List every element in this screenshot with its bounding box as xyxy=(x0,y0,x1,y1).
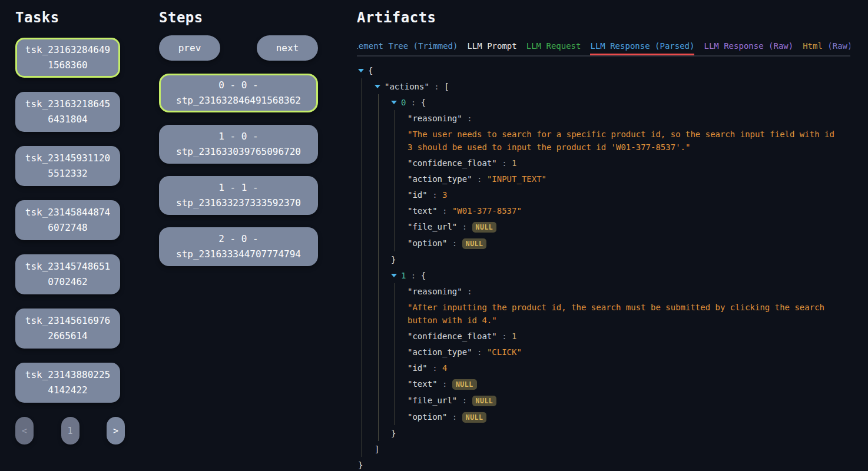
indent-guide-line xyxy=(378,171,379,187)
artifact-tab[interactable]: LLM Response (Parsed) xyxy=(590,38,694,55)
step-index-label: 2 - 0 - xyxy=(218,231,258,247)
json-tree-row: "id" : 4 xyxy=(358,360,857,376)
indent-guide-line xyxy=(362,235,362,251)
indent-guide-line xyxy=(378,344,379,360)
json-token-punc: : xyxy=(457,396,472,405)
json-row-content: "file_url" : NULL xyxy=(408,396,496,405)
pagination-page-1-button[interactable]: 1 xyxy=(61,417,79,445)
indent-guide-line xyxy=(378,94,379,110)
collapse-caret-icon[interactable] xyxy=(391,274,397,277)
json-token-brace: { xyxy=(421,271,426,280)
step-button[interactable]: 0 - 0 - stp_231632846491568362 xyxy=(159,74,318,112)
json-tree-row: "action_type" : "INPUT_TEXT" xyxy=(358,171,857,187)
step-index-label: 1 - 1 - xyxy=(218,180,258,195)
json-row-content: "id" : 4 xyxy=(408,363,447,373)
json-row-content: "confidence_float" : 1 xyxy=(408,331,516,341)
artifacts-panel: Artifacts Element Tree (Trimmed)LLM Prom… xyxy=(357,8,868,471)
pagination-prev-button[interactable]: < xyxy=(15,417,34,445)
indent-guide-line xyxy=(362,155,362,171)
json-token-brace: } xyxy=(358,460,363,470)
json-token-key: "id" xyxy=(408,363,428,373)
task-id-label: tsk_231438802254142422 xyxy=(23,367,112,398)
step-button[interactable]: 2 - 0 - stp_231633344707774794 xyxy=(159,227,318,266)
tab-label: Html xyxy=(803,41,823,51)
json-tree-row: } xyxy=(358,251,857,267)
json-row-content: "After inputting the product id, the sea… xyxy=(408,301,836,327)
step-button[interactable]: 1 - 1 - stp_231633237333592370 xyxy=(159,176,318,215)
json-tree-row: "file_url" : NULL xyxy=(358,218,857,235)
indent-guide-line xyxy=(362,376,362,392)
task-button[interactable]: tsk_231632846491568360 xyxy=(15,38,120,78)
artifact-tab[interactable]: LLM Response (Raw) xyxy=(704,38,793,55)
json-token-key: "actions" xyxy=(385,82,429,91)
tab-label: LLM Response (Raw) xyxy=(704,41,793,51)
indent-guide-line xyxy=(362,299,362,328)
json-token-key: "confidence_float" xyxy=(408,158,497,168)
step-index-label: 1 - 0 - xyxy=(218,129,258,144)
task-button[interactable]: tsk_231438802254142422 xyxy=(15,363,120,403)
collapse-caret-icon[interactable] xyxy=(391,101,397,104)
artifact-tab[interactable]: Element Tree (Trimmed) xyxy=(357,38,458,55)
json-tree-row: "reasoning" : xyxy=(358,283,857,299)
collapse-caret-icon[interactable] xyxy=(375,85,380,88)
json-token-brace: [ xyxy=(444,82,449,91)
indent-guide-line xyxy=(362,283,362,299)
indent-guide-line xyxy=(378,409,379,425)
task-id-label: tsk_231632186456431804 xyxy=(23,97,112,127)
task-button[interactable]: tsk_231632186456431804 xyxy=(15,92,120,132)
indent-guide-line xyxy=(395,328,395,344)
task-button[interactable]: tsk_231457486510702462 xyxy=(15,254,120,294)
pagination-next-button[interactable]: > xyxy=(107,417,125,445)
indent-guide-line xyxy=(378,218,379,235)
json-token-int: 4 xyxy=(442,363,447,373)
indent-guide-line xyxy=(362,126,362,155)
indent-guide-line xyxy=(378,328,379,344)
json-token-key: "reasoning" xyxy=(408,287,462,296)
collapse-caret-icon[interactable] xyxy=(358,69,364,72)
json-row-content: "text" : NULL xyxy=(408,379,477,389)
json-token-punc: : xyxy=(447,238,462,248)
artifact-tab[interactable]: Html (Raw) xyxy=(803,38,850,55)
prev-step-button[interactable]: prev xyxy=(159,35,220,61)
json-row-content: "action_type" : "INPUT_TEXT" xyxy=(408,174,546,184)
indent-guide-line xyxy=(362,344,362,360)
tab-label: (Raw) xyxy=(823,41,850,51)
task-button[interactable]: tsk_231459311205512332 xyxy=(15,146,120,186)
json-token-punc: : xyxy=(438,206,452,215)
next-step-button[interactable]: next xyxy=(257,35,318,61)
json-tree-row: } xyxy=(358,457,857,471)
null-badge: NULL xyxy=(462,238,487,249)
tab-label: LLM Response (Parsed) xyxy=(590,41,694,51)
step-id-label: stp_231633344707774794 xyxy=(176,247,301,262)
json-token-punc: : xyxy=(472,174,487,184)
json-tree-row: "actions" : [ xyxy=(358,78,857,94)
json-token-brace: { xyxy=(368,66,373,75)
step-button[interactable]: 1 - 0 - stp_231633039765096720 xyxy=(159,125,318,164)
indent-guide-line xyxy=(378,187,379,203)
indent-guide-line xyxy=(378,251,379,267)
json-tree-row: 0 : { xyxy=(358,94,857,110)
indent-guide-line xyxy=(395,203,395,218)
json-row-content: "reasoning" : xyxy=(408,114,472,123)
null-badge: NULL xyxy=(472,222,497,233)
artifact-tab[interactable]: LLM Request xyxy=(526,38,581,55)
step-id-label: stp_231633039765096720 xyxy=(176,144,301,160)
task-button[interactable]: tsk_231458448746072748 xyxy=(15,200,120,240)
json-token-punc: : xyxy=(429,82,444,91)
json-token-str: "The user needs to search for a specific… xyxy=(408,130,834,152)
json-tree-row: 1 : { xyxy=(358,267,857,283)
artifact-tab[interactable]: LLM Prompt xyxy=(467,38,516,55)
json-token-key: "file_url" xyxy=(408,396,457,405)
indent-guide-line xyxy=(362,78,362,94)
task-button[interactable]: tsk_231456169762665614 xyxy=(15,309,120,349)
task-list: tsk_231632846491568360 tsk_2316321864564… xyxy=(15,38,120,403)
json-row-content: } xyxy=(391,429,396,438)
json-tree-row: "text" : NULL xyxy=(358,376,857,392)
tab-label: LLM Prompt xyxy=(467,41,516,51)
json-token-punc: : xyxy=(447,412,462,422)
json-token-punc: : xyxy=(428,190,442,200)
indent-guide-line xyxy=(395,409,395,425)
json-tree-row: "option" : NULL xyxy=(358,409,857,425)
task-id-label: tsk_231458448746072748 xyxy=(23,205,112,236)
json-row-content: "reasoning" : xyxy=(408,287,472,296)
